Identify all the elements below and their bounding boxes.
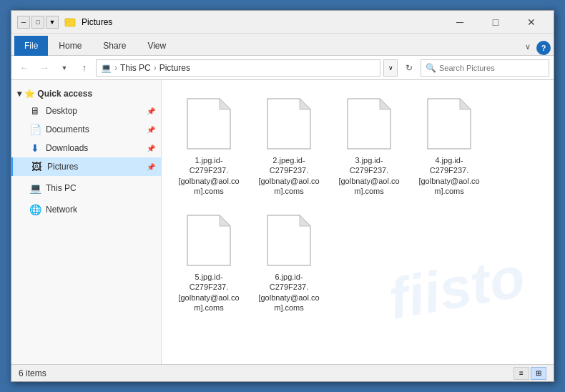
up-button[interactable]: ↑	[76, 59, 93, 77]
sidebar: ▾ ⭐ Quick access 🖥 Desktop 📌 📄 Documents…	[11, 80, 162, 364]
sidebar-item-pictures[interactable]: 🖼 Pictures 📌	[11, 157, 161, 176]
pin-icon-pictures: 📌	[147, 163, 155, 171]
ribbon-tabs: File Home Share View ∨ ?	[11, 34, 554, 55]
path-separator-1: ›	[114, 63, 117, 73]
help-button[interactable]: ?	[536, 41, 551, 55]
sidebar-item-documents[interactable]: 📄 Documents 📌	[11, 120, 161, 139]
svg-marker-9	[460, 99, 471, 109]
path-pictures: Pictures	[159, 63, 190, 73]
forward-button[interactable]: →	[36, 59, 53, 77]
status-count: 6 items	[19, 368, 46, 378]
list-item[interactable]: 1.jpg.id-C279F237.[golbnaty@aol.com].com…	[173, 92, 245, 200]
pin-icon-downloads: 📌	[147, 144, 155, 152]
file-name: 4.jpg.id-C279F237.[golbnaty@aol.com].com…	[417, 155, 481, 196]
list-view-button[interactable]: ≡	[514, 367, 529, 380]
file-name: 1.jpg.id-C279F237.[golbnaty@aol.com].com…	[177, 155, 241, 196]
refresh-button[interactable]: ↻	[401, 59, 418, 77]
svg-rect-1	[65, 19, 69, 22]
sidebar-section-quick-access[interactable]: ▾ ⭐ Quick access	[11, 86, 161, 102]
svg-marker-11	[220, 215, 230, 226]
address-dropdown-button[interactable]: ∨	[383, 59, 398, 77]
sidebar-item-downloads[interactable]: ⬇ Downloads 📌	[11, 139, 161, 157]
quick-access-btn-1[interactable]: ─	[17, 16, 30, 29]
window-icon	[63, 15, 77, 29]
back-button[interactable]: ←	[16, 59, 33, 77]
quick-access-dropdown[interactable]: ▼	[46, 16, 59, 29]
view-buttons: ≡ ⊞	[514, 367, 546, 380]
list-item[interactable]: 5.jpg.id-C279F237.[golbnaty@aol.com].com…	[173, 208, 245, 316]
list-item[interactable]: 6.jpg.id-C279F237.[golbnaty@aol.com].com…	[253, 208, 325, 316]
sidebar-item-label-pictures: Pictures	[47, 162, 78, 172]
file-icon	[184, 212, 234, 269]
files-grid: 1.jpg.id-C279F237.[golbnaty@aol.com].com…	[173, 92, 542, 316]
minimize-button[interactable]: ─	[443, 12, 476, 32]
file-area: fiisto 1.jpg.id-C279F237.[golbnaty@aol.c…	[162, 80, 554, 364]
quick-access-label: ⭐ Quick access	[24, 89, 92, 99]
sidebar-item-desktop[interactable]: 🖥 Desktop 📌	[11, 102, 161, 120]
svg-marker-7	[380, 99, 390, 109]
svg-marker-13	[300, 215, 310, 226]
main-content: ▾ ⭐ Quick access 🖥 Desktop 📌 📄 Documents…	[11, 80, 554, 364]
address-bar: ← → ▼ ↑ 💻 › This PC › Pictures ∨ ↻ 🔍	[11, 56, 554, 80]
file-name: 5.jpg.id-C279F237.[golbnaty@aol.com].com…	[177, 272, 241, 313]
svg-marker-3	[220, 99, 230, 109]
tab-share[interactable]: Share	[92, 35, 137, 55]
dropdown-recent-button[interactable]: ▼	[56, 59, 73, 77]
list-item[interactable]: 4.jpg.id-C279F237.[golbnaty@aol.com].com…	[413, 92, 485, 200]
file-icon	[184, 95, 234, 152]
desktop-icon: 🖥	[29, 105, 41, 117]
maximize-button[interactable]: □	[479, 12, 512, 32]
file-name: 6.jpg.id-C279F237.[golbnaty@aol.com].com…	[257, 272, 321, 313]
downloads-icon: ⬇	[29, 142, 41, 154]
address-path[interactable]: 💻 › This PC › Pictures	[96, 59, 380, 77]
list-item[interactable]: 2.jpeg.id-C279F237.[golbnaty@aol.com].co…	[253, 92, 325, 200]
window-title: Pictures	[82, 17, 443, 27]
sidebar-item-label-network: Network	[46, 205, 77, 215]
tab-file[interactable]: File	[14, 36, 48, 56]
network-icon: 🌐	[29, 204, 41, 215]
ribbon-expand-btn[interactable]: ∨	[519, 38, 536, 55]
file-icon	[264, 212, 314, 269]
file-icon	[264, 95, 314, 152]
sidebar-item-network[interactable]: 🌐 Network	[11, 200, 161, 219]
window-controls: ─ □ ✕	[443, 12, 548, 32]
close-button[interactable]: ✕	[515, 12, 548, 32]
large-icons-view-button[interactable]: ⊞	[531, 367, 546, 380]
thispc-icon: 💻	[29, 182, 41, 194]
path-separator-2: ›	[154, 63, 157, 73]
list-item[interactable]: 3.jpg.id-C279F237.[golbnaty@aol.com].com…	[333, 92, 405, 200]
ribbon: File Home Share View ∨ ?	[11, 34, 554, 56]
pin-icon: 📌	[147, 107, 155, 115]
search-icon: 🔍	[426, 63, 436, 73]
documents-icon: 📄	[29, 124, 41, 135]
status-bar: 6 items ≡ ⊞	[11, 364, 554, 381]
chevron-down-icon: ▾	[17, 89, 21, 99]
sidebar-item-label-documents: Documents	[46, 124, 89, 134]
search-box[interactable]: 🔍	[421, 59, 549, 77]
file-name: 3.jpg.id-C279F237.[golbnaty@aol.com].com…	[337, 155, 401, 196]
pictures-icon: 🖼	[30, 161, 43, 172]
title-bar: ─ □ ▼ Pictures ─ □ ✕	[11, 11, 554, 34]
quick-access-toolbar: ─ □ ▼	[17, 16, 59, 29]
tab-home[interactable]: Home	[48, 35, 92, 55]
explorer-window: ─ □ ▼ Pictures ─ □ ✕ File Home Share Vie…	[11, 10, 554, 382]
file-icon	[424, 95, 474, 152]
sidebar-item-label-thispc: This PC	[46, 183, 77, 193]
sidebar-item-thispc[interactable]: 💻 This PC	[11, 179, 161, 197]
path-icon: 💻	[101, 63, 112, 73]
quick-access-btn-2[interactable]: □	[31, 16, 44, 29]
svg-marker-5	[300, 99, 310, 109]
search-input[interactable]	[439, 64, 544, 72]
file-icon	[344, 95, 394, 152]
tab-view[interactable]: View	[137, 35, 177, 55]
sidebar-item-label-desktop: Desktop	[46, 106, 77, 116]
path-thispc: This PC	[120, 63, 151, 73]
sidebar-item-label-downloads: Downloads	[46, 143, 88, 153]
pin-icon-docs: 📌	[147, 126, 155, 134]
file-name: 2.jpeg.id-C279F237.[golbnaty@aol.com].co…	[257, 155, 321, 196]
